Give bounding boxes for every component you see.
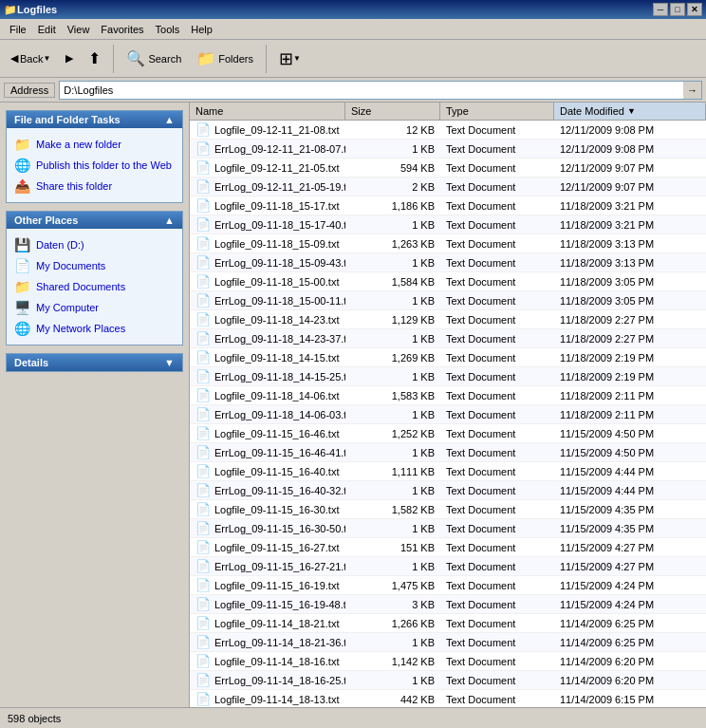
table-row[interactable]: 📄 Logfile_09-11-14_18-21.txt 1,266 KB Te… (190, 614, 706, 633)
file-size-cell: 1 KB (345, 443, 440, 461)
place-item[interactable]: 📁Shared Documents (12, 276, 176, 297)
address-go-button[interactable]: → (683, 81, 702, 100)
place-label: Daten (D:) (36, 239, 84, 251)
status-bar: 598 objects (0, 707, 706, 728)
file-date: 11/15/2009 4:27 PM (560, 542, 654, 553)
file-name-cell: 📄 Logfile_09-11-18_14-15.txt (190, 348, 345, 366)
place-item[interactable]: 🖥️My Computer (12, 297, 176, 318)
table-row[interactable]: 📄 Logfile_09-11-14_18-16.txt 1,142 KB Te… (190, 652, 706, 671)
details-header[interactable]: Details ▼ (7, 354, 182, 371)
file-size: 1 KB (412, 219, 435, 231)
other-places-section: Other Places ▲ 💾Daten (D:)📄My Documents📁… (6, 211, 183, 345)
file-icon: 📄 (195, 217, 211, 232)
views-button[interactable]: ⊞ ▼ (272, 44, 307, 74)
table-row[interactable]: 📄 ErrLog_09-11-14_18-21-36.txt 1 KB Text… (190, 633, 706, 652)
col-size[interactable]: Size (345, 103, 440, 120)
table-row[interactable]: 📄 Logfile_09-12-11_21-08.txt 12 KB Text … (190, 121, 706, 140)
table-row[interactable]: 📄 ErrLog_09-12-11_21-08-07.txt 1 KB Text… (190, 140, 706, 159)
table-row[interactable]: 📄 Logfile_09-12-11_21-05.txt 594 KB Text… (190, 159, 706, 177)
table-row[interactable]: 📄 Logfile_09-11-18_15-00.txt 1,584 KB Te… (190, 272, 706, 291)
file-date-cell: 11/14/2009 6:15 PM (554, 690, 706, 707)
table-row[interactable]: 📄 Logfile_09-11-15_16-46.txt 1,252 KB Te… (190, 424, 706, 443)
other-places-collapse-icon: ▲ (164, 215, 175, 226)
table-row[interactable]: 📄 Logfile_09-11-15_16-27.txt 151 KB Text… (190, 538, 706, 557)
table-row[interactable]: 📄 ErrLog_09-11-18_14-06-03.txt 1 KB Text… (190, 405, 706, 424)
table-row[interactable]: 📄 Logfile_09-11-18_15-09.txt 1,263 KB Te… (190, 234, 706, 253)
table-row[interactable]: 📄 ErrLog_09-11-18_14-15-25.txt 1 KB Text… (190, 367, 706, 386)
back-button[interactable]: ◀ Back ▼ (4, 47, 57, 69)
table-row[interactable]: 📄 Logfile_09-11-18_14-15.txt 1,269 KB Te… (190, 348, 706, 367)
file-size-cell: 1 KB (345, 367, 440, 385)
file-size: 1,584 KB (392, 276, 435, 288)
maximize-button[interactable]: □ (670, 3, 685, 16)
menu-item-file[interactable]: File (4, 22, 32, 37)
menu-item-favorites[interactable]: Favorites (95, 22, 149, 37)
table-row[interactable]: 📄 ErrLog_09-11-18_15-00-11.txt 1 KB Text… (190, 291, 706, 310)
file-type-cell: Text Document (440, 140, 554, 158)
col-name[interactable]: Name (190, 103, 345, 120)
task-label: Make a new folder (36, 139, 121, 150)
minimize-button[interactable]: ─ (653, 3, 668, 16)
place-item[interactable]: 🌐My Network Places (12, 318, 176, 339)
table-row[interactable]: 📄 Logfile_09-11-15_16-40.txt 1,111 KB Te… (190, 462, 706, 481)
table-row[interactable]: 📄 ErrLog_09-11-18_15-09-43.txt 1 KB Text… (190, 253, 706, 272)
menu-item-view[interactable]: View (62, 22, 96, 37)
file-date-cell: 12/11/2009 9:07 PM (554, 177, 706, 196)
table-row[interactable]: 📄 ErrLog_09-11-14_18-16-25.txt 1 KB Text… (190, 671, 706, 690)
file-folder-tasks-header[interactable]: File and Folder Tasks ▲ (7, 111, 182, 128)
menu-item-help[interactable]: Help (185, 22, 218, 37)
menu-item-tools[interactable]: Tools (150, 22, 186, 37)
title-bar: 📁 Logfiles ─ □ ✕ (0, 0, 706, 19)
file-date: 11/15/2009 4:44 PM (560, 485, 654, 496)
file-date-cell: 11/15/2009 4:27 PM (554, 538, 706, 556)
task-item[interactable]: 📁Make a new folder (12, 134, 176, 155)
file-size-cell: 151 KB (345, 538, 440, 556)
task-item[interactable]: 📤Share this folder (12, 176, 176, 196)
file-name: Logfile_09-12-11_21-05.txt (214, 162, 339, 174)
table-row[interactable]: 📄 Logfile_09-11-18_15-17.txt 1,186 KB Te… (190, 196, 706, 215)
forward-button[interactable]: ▶ (59, 47, 80, 69)
table-row[interactable]: 📄 Logfile_09-11-14_18-13.txt 442 KB Text… (190, 690, 706, 707)
file-date: 11/15/2009 4:24 PM (560, 580, 654, 591)
table-row[interactable]: 📄 ErrLog_09-11-18_15-17-40.txt 1 KB Text… (190, 215, 706, 234)
file-type-cell: Text Document (440, 519, 554, 537)
place-item[interactable]: 📄My Documents (12, 255, 176, 276)
table-row[interactable]: 📄 Logfile_09-11-18_14-06.txt 1,583 KB Te… (190, 386, 706, 405)
file-type: Text Document (446, 485, 515, 496)
table-row[interactable]: 📄 ErrLog_09-11-15_16-46-41.txt 1 KB Text… (190, 443, 706, 462)
task-item[interactable]: 🌐Publish this folder to the Web (12, 155, 176, 176)
file-type: Text Document (446, 352, 515, 364)
table-row[interactable]: 📄 ErrLog_09-11-15_16-27-21.txt 1 KB Text… (190, 557, 706, 576)
up-button[interactable]: ⬆ (82, 45, 107, 72)
file-type: Text Document (446, 599, 515, 610)
search-button[interactable]: 🔍 Search (120, 45, 188, 72)
back-icon: ◀ (10, 52, 18, 65)
file-size-cell: 1,266 KB (345, 614, 440, 632)
file-type: Text Document (446, 504, 515, 515)
file-size-cell: 2 KB (345, 177, 440, 196)
table-row[interactable]: 📄 Logfile_09-11-15_16-19-48.txt 3 KB Tex… (190, 595, 706, 614)
file-size: 1,186 KB (392, 200, 435, 212)
table-row[interactable]: 📄 ErrLog_09-11-15_16-40-32.txt 1 KB Text… (190, 481, 706, 500)
file-type-cell: Text Document (440, 159, 554, 177)
table-row[interactable]: 📄 ErrLog_09-12-11_21-05-19.txt 2 KB Text… (190, 177, 706, 196)
col-type[interactable]: Type (440, 103, 554, 120)
address-input[interactable] (59, 81, 683, 100)
file-date-cell: 11/15/2009 4:35 PM (554, 500, 706, 518)
table-row[interactable]: 📄 Logfile_09-11-15_16-30.txt 1,582 KB Te… (190, 500, 706, 519)
file-date-cell: 11/15/2009 4:24 PM (554, 595, 706, 613)
table-row[interactable]: 📄 ErrLog_09-11-15_16-30-50.txt 1 KB Text… (190, 519, 706, 538)
folders-button[interactable]: 📁 Folders (190, 45, 260, 72)
menu-item-edit[interactable]: Edit (32, 22, 62, 37)
col-date[interactable]: Date Modified ▼ (554, 103, 706, 120)
file-type: Text Document (446, 428, 515, 439)
close-button[interactable]: ✕ (687, 3, 702, 16)
table-row[interactable]: 📄 Logfile_09-11-15_16-19.txt 1,475 KB Te… (190, 576, 706, 595)
place-item[interactable]: 💾Daten (D:) (12, 234, 176, 255)
table-row[interactable]: 📄 Logfile_09-11-18_14-23.txt 1,129 KB Te… (190, 310, 706, 329)
other-places-header[interactable]: Other Places ▲ (7, 212, 182, 229)
file-icon: 📄 (195, 198, 211, 213)
table-row[interactable]: 📄 ErrLog_09-11-18_14-23-37.txt 1 KB Text… (190, 329, 706, 348)
file-date: 11/15/2009 4:50 PM (560, 428, 654, 439)
file-date-cell: 11/15/2009 4:44 PM (554, 462, 706, 480)
